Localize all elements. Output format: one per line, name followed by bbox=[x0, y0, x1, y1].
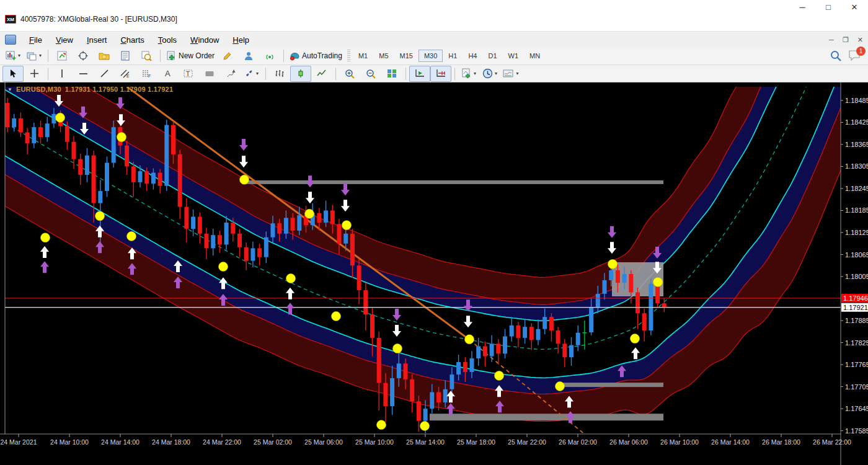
window-close-button[interactable]: ✕ bbox=[849, 2, 859, 12]
crosshair-icon bbox=[78, 51, 88, 61]
child-minimize-button[interactable]: ─ bbox=[829, 36, 834, 44]
child-restore-button[interactable]: ❐ bbox=[843, 36, 849, 44]
cycle-lines-tool-button[interactable]: ▾ bbox=[241, 66, 262, 82]
timeframe-w1-button[interactable]: W1 bbox=[503, 50, 525, 62]
new-order-button[interactable]: New Order bbox=[164, 48, 217, 64]
timeframe-h1-button[interactable]: H1 bbox=[443, 50, 463, 62]
menu-insert[interactable]: Insert bbox=[80, 33, 114, 46]
chart-shift-icon bbox=[436, 69, 446, 78]
svg-text:1.17946: 1.17946 bbox=[843, 294, 868, 302]
svg-text:1.17921: 1.17921 bbox=[843, 304, 868, 311]
menu-charts[interactable]: Charts bbox=[113, 33, 151, 46]
periods-button[interactable]: ▾ bbox=[479, 66, 500, 82]
zoom-in-button[interactable] bbox=[339, 66, 360, 82]
svg-text:1.18065: 1.18065 bbox=[845, 251, 868, 259]
chart-window: ▼ EURUSD,M30 1.17931 1.17950 1.17909 1.1… bbox=[0, 82, 868, 465]
horizontal-line-tool-button[interactable] bbox=[73, 66, 94, 82]
timeframe-m15-button[interactable]: M15 bbox=[394, 50, 418, 62]
notifications-button[interactable]: 1 bbox=[848, 50, 862, 62]
zoom-in-icon bbox=[345, 69, 355, 79]
cursor-tool-button[interactable] bbox=[2, 66, 24, 82]
editor-icon bbox=[223, 51, 232, 61]
chevron-down-icon: ▾ bbox=[256, 71, 259, 76]
tester-magnifier-icon bbox=[141, 51, 152, 61]
market-watch-icon bbox=[57, 51, 67, 61]
templates-button[interactable]: ▾ bbox=[500, 66, 521, 82]
chevron-down-icon: ▾ bbox=[39, 53, 42, 58]
symbol-name: EURUSD,M30 bbox=[16, 86, 61, 93]
timeframe-m1-button[interactable]: M1 bbox=[353, 50, 373, 62]
auto-scroll-button[interactable] bbox=[409, 66, 430, 82]
text-label-tool-button[interactable]: T bbox=[178, 66, 199, 82]
trendline-tool-button[interactable] bbox=[94, 66, 115, 82]
symbol-label[interactable]: ▼ EURUSD,M30 1.17931 1.17950 1.17909 1.1… bbox=[7, 86, 173, 93]
drawing-toolbar: E F A T ▾ ▾ ▾ ▾ bbox=[0, 65, 868, 82]
svg-text:24 Mar 14:00: 24 Mar 14:00 bbox=[101, 438, 140, 446]
crosshair-tool-button[interactable] bbox=[24, 66, 45, 82]
svg-text:1.18185: 1.18185 bbox=[845, 206, 868, 214]
terminal-button[interactable] bbox=[115, 48, 136, 64]
text-tool-button[interactable]: A bbox=[157, 66, 178, 82]
candlestick-chart-button[interactable] bbox=[290, 66, 311, 82]
vertical-line-icon bbox=[58, 69, 66, 78]
crosshair-tool-icon bbox=[30, 69, 39, 78]
market-watch-button[interactable] bbox=[51, 48, 73, 64]
indicators-button[interactable]: ▾ bbox=[458, 66, 479, 82]
svg-text:1.17885: 1.17885 bbox=[845, 317, 868, 324]
templates-icon bbox=[503, 69, 514, 78]
search-icon[interactable] bbox=[830, 50, 842, 62]
svg-text:+: + bbox=[12, 54, 16, 61]
menu-bar: FileViewInsertChartsToolsWindowHelp ─ ❐ … bbox=[0, 31, 868, 48]
strategy-tester-button[interactable] bbox=[136, 48, 157, 64]
child-close-button[interactable]: ✕ bbox=[857, 36, 863, 44]
data-window-button[interactable] bbox=[73, 48, 94, 64]
cycle-lines-icon bbox=[245, 69, 254, 78]
new-chart-button[interactable]: + ▾ bbox=[2, 48, 24, 64]
navigator-button[interactable] bbox=[94, 48, 115, 64]
timeframe-mn-button[interactable]: MN bbox=[524, 50, 546, 62]
standard-toolbar: + ▾ ▾ New Order AutoTrading M1M5M15M30H1… bbox=[0, 47, 868, 65]
svg-text:25 Mar 02:00: 25 Mar 02:00 bbox=[254, 438, 292, 446]
metaeditor-button[interactable] bbox=[217, 48, 238, 64]
tile-windows-button[interactable] bbox=[381, 66, 402, 82]
autotrading-button[interactable]: AutoTrading bbox=[287, 48, 345, 64]
svg-text:24 Mar 18:00: 24 Mar 18:00 bbox=[152, 438, 190, 446]
new-order-label: New Order bbox=[179, 51, 215, 60]
svg-text:1.18425: 1.18425 bbox=[845, 118, 868, 126]
menu-window[interactable]: Window bbox=[184, 33, 226, 46]
auto-scroll-icon bbox=[415, 69, 425, 78]
notebook-icon bbox=[121, 51, 130, 61]
signals-button[interactable] bbox=[259, 48, 280, 64]
channel-tool-button[interactable]: E bbox=[115, 66, 136, 82]
svg-text:1.18365: 1.18365 bbox=[845, 141, 868, 148]
line-chart-button[interactable] bbox=[311, 66, 332, 82]
svg-text:1.18245: 1.18245 bbox=[845, 185, 868, 192]
timeframe-m5-button[interactable]: M5 bbox=[373, 50, 394, 62]
menu-file[interactable]: File bbox=[22, 33, 49, 46]
profiles-icon bbox=[27, 51, 37, 61]
arrows-tool-button[interactable] bbox=[220, 66, 241, 82]
price-chart-canvas[interactable]: 1.184851.184251.183651.183051.182451.181… bbox=[0, 82, 868, 465]
svg-text:25 Mar 06:00: 25 Mar 06:00 bbox=[304, 438, 343, 446]
text-icon: A bbox=[164, 69, 172, 78]
window-minimize-button[interactable]: ─ bbox=[797, 2, 807, 12]
trendline-icon bbox=[100, 69, 109, 78]
timeframe-m30-button[interactable]: M30 bbox=[418, 50, 443, 62]
menu-view[interactable]: View bbox=[49, 33, 80, 46]
vertical-line-tool-button[interactable] bbox=[51, 66, 73, 82]
timeframe-bar: M1M5M15M30H1H4D1W1MN bbox=[353, 50, 546, 62]
fibonacci-tool-button[interactable]: F bbox=[136, 66, 157, 82]
community-button[interactable] bbox=[238, 48, 259, 64]
zoom-out-button[interactable] bbox=[360, 66, 381, 82]
profiles-button[interactable]: ▾ bbox=[24, 48, 45, 64]
menu-help[interactable]: Help bbox=[226, 33, 256, 46]
bar-chart-button[interactable] bbox=[269, 66, 290, 82]
menu-tools[interactable]: Tools bbox=[151, 33, 184, 46]
chart-shift-button[interactable] bbox=[430, 66, 451, 82]
timeframe-d1-button[interactable]: D1 bbox=[482, 50, 502, 62]
timeframe-h4-button[interactable]: H4 bbox=[463, 50, 482, 62]
svg-text:1.17585: 1.17585 bbox=[845, 427, 868, 435]
window-maximize-button[interactable]: □ bbox=[823, 2, 833, 12]
shapes-tool-button[interactable] bbox=[199, 66, 220, 82]
chart-document-icon[interactable] bbox=[5, 35, 16, 45]
